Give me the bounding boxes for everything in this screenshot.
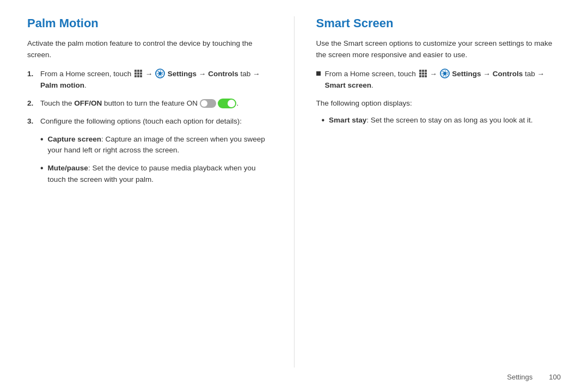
bullet-dot-smart: • xyxy=(322,115,325,126)
step-1: 1. From a Home screen, touch → xyxy=(27,69,272,91)
smart-screen-title: Smart Screen xyxy=(316,16,561,30)
svg-rect-6 xyxy=(134,75,137,77)
bullet-capture: • Capture screen: Capture an image of th… xyxy=(40,134,272,157)
step-3: 3. Configure the following options (touc… xyxy=(27,116,272,127)
svg-rect-17 xyxy=(425,72,427,75)
svg-rect-7 xyxy=(137,75,139,77)
smart-screen-step: From a Home screen, touch → xyxy=(316,69,561,91)
step-2-offon: OFF/ON xyxy=(74,99,102,107)
step-3-content: Configure the following options (touch e… xyxy=(40,116,272,127)
palm-motion-title: Palm Motion xyxy=(27,16,272,30)
page-footer: Settings 100 xyxy=(27,367,561,381)
step-1-palm-motion: Palm motion xyxy=(40,81,84,89)
svg-rect-16 xyxy=(422,72,424,75)
smart-bullets: • Smart stay: Set the screen to stay on … xyxy=(316,115,561,126)
footer-section-label: Settings xyxy=(507,373,532,381)
palm-bullets: • Capture screen: Capture an image of th… xyxy=(27,134,272,186)
left-column: Palm Motion Activate the palm motion fea… xyxy=(27,16,272,367)
column-divider xyxy=(294,16,295,367)
svg-rect-1 xyxy=(137,70,139,72)
step-1-settings: Settings → xyxy=(168,70,206,78)
step-2-content: Touch the OFF/ON button to turn the feat… xyxy=(40,98,272,109)
smart-screen-label: Smart screen xyxy=(325,81,372,89)
step-1-controls: Controls xyxy=(208,70,238,78)
content-columns: Palm Motion Activate the palm motion fea… xyxy=(27,16,561,367)
bullet-capture-text: Capture screen: Capture an image of the … xyxy=(48,134,272,157)
svg-rect-20 xyxy=(425,75,427,77)
svg-rect-4 xyxy=(137,72,139,75)
step-2: 2. Touch the OFF/ON button to turn the f… xyxy=(27,98,272,109)
bullet-smart-stay: • Smart stay: Set the screen to stay on … xyxy=(322,115,561,126)
apps-grid-icon-2 xyxy=(419,69,427,78)
footer-page-number: 100 xyxy=(549,373,561,381)
step-1-content: From a Home screen, touch → xyxy=(40,69,272,91)
svg-rect-13 xyxy=(422,70,424,72)
svg-rect-8 xyxy=(140,75,142,77)
apps-grid-icon xyxy=(134,69,143,78)
step-1-number: 1. xyxy=(27,69,36,91)
svg-rect-18 xyxy=(419,75,421,77)
bullet-dot-2: • xyxy=(40,163,44,186)
capture-screen-label: Capture screen xyxy=(48,135,101,143)
svg-rect-5 xyxy=(140,72,142,75)
bullet-mute-text: Mute/pause: Set the device to pause medi… xyxy=(48,163,272,186)
square-bullet-icon xyxy=(316,71,321,76)
settings-gear-icon xyxy=(155,69,165,78)
svg-rect-3 xyxy=(134,72,137,75)
toggle-on[interactable] xyxy=(218,99,236,108)
svg-rect-19 xyxy=(422,75,424,77)
step-3-number: 3. xyxy=(27,116,36,127)
following-text: The following option displays: xyxy=(316,98,561,109)
bullet-dot-1: • xyxy=(40,134,44,157)
bullet-mute: • Mute/pause: Set the device to pause me… xyxy=(40,163,272,186)
mute-pause-label: Mute/pause xyxy=(48,164,88,172)
svg-rect-14 xyxy=(425,70,427,72)
svg-point-10 xyxy=(158,72,162,75)
svg-rect-2 xyxy=(140,70,142,72)
svg-rect-15 xyxy=(419,72,421,75)
svg-rect-0 xyxy=(134,70,137,72)
smart-screen-intro: Use the Smart screen options to customiz… xyxy=(316,38,561,61)
palm-motion-intro: Activate the palm motion feature to cont… xyxy=(27,38,272,61)
smart-stay-text: Smart stay: Set the screen to stay on as… xyxy=(329,115,532,126)
settings-gear-icon-2 xyxy=(440,69,450,78)
smart-settings-label: Settings → xyxy=(452,70,491,78)
smart-controls-label: Controls xyxy=(493,70,523,78)
smart-screen-step-content: From a Home screen, touch → xyxy=(325,69,561,91)
toggle-off[interactable] xyxy=(200,99,216,108)
smart-stay-label: Smart stay xyxy=(329,116,366,124)
step-2-number: 2. xyxy=(27,98,36,109)
page-container: Palm Motion Activate the palm motion fea… xyxy=(0,0,588,392)
right-column: Smart Screen Use the Smart screen option… xyxy=(316,16,561,367)
svg-rect-12 xyxy=(419,70,421,72)
svg-point-22 xyxy=(443,72,446,75)
